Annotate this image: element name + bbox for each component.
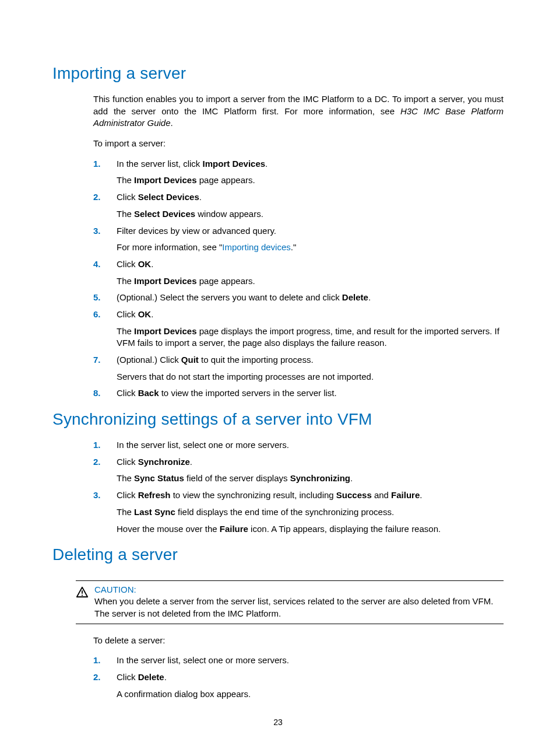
- ui-term: Select Devices: [138, 192, 199, 202]
- text: to view the imported servers in the serv…: [159, 388, 337, 398]
- step: Click Refresh to view the synchronizing …: [93, 489, 504, 535]
- text: .: [199, 192, 202, 202]
- intro-paragraph: This function enables you to import a se…: [93, 93, 504, 130]
- ui-term: Sync Status: [134, 473, 184, 483]
- heading-deleting: Deleting a server: [52, 545, 504, 564]
- text: Click: [117, 672, 138, 682]
- text: The: [117, 209, 134, 219]
- text: .: [151, 309, 153, 319]
- caution-text: When you delete a server from the server…: [94, 596, 504, 620]
- ui-term: Select Devices: [134, 209, 195, 219]
- text: (Optional.) Select the servers you want …: [117, 292, 342, 302]
- ui-term: Refresh: [138, 490, 171, 500]
- ui-term: Import Devices: [134, 175, 197, 185]
- text: The: [117, 507, 134, 517]
- document-page: Importing a server This function enables…: [0, 0, 556, 756]
- heading-importing: Importing a server: [52, 64, 504, 83]
- text: The: [117, 276, 134, 286]
- step: Click Synchronize. The Sync Status field…: [93, 456, 504, 485]
- ui-term: Import Devices: [134, 326, 197, 336]
- page-number: 23: [0, 718, 556, 727]
- sub-text: The Sync Status field of the server disp…: [117, 473, 504, 485]
- text: .": [291, 242, 297, 252]
- sub-text: Servers that do not start the importing …: [117, 371, 504, 383]
- text: (Optional.) Click: [117, 355, 181, 365]
- text: Hover the mouse over the: [117, 524, 220, 534]
- text: Click: [117, 309, 138, 319]
- ui-term: Import Devices: [203, 159, 266, 169]
- text: field of the server displays: [184, 473, 290, 483]
- step: In the server list, select one or more s…: [93, 439, 504, 452]
- step: (Optional.) Click Quit to quit the impor…: [93, 354, 504, 383]
- text: .: [420, 490, 422, 500]
- step: (Optional.) Select the servers you want …: [93, 292, 504, 304]
- sub-text: The Import Devices page displays the imp…: [117, 326, 504, 349]
- step: In the server list, click Import Devices…: [93, 158, 504, 187]
- ui-term: Synchronizing: [290, 473, 350, 483]
- text: Click: [117, 490, 138, 500]
- sub-text: For more information, see "Importing dev…: [117, 242, 504, 254]
- ui-term: Synchronize: [138, 457, 190, 467]
- section-body-sync: In the server list, select one or more s…: [93, 439, 504, 535]
- caution-label: CAUTION:: [94, 584, 504, 594]
- ui-term: Failure: [220, 524, 248, 534]
- warning-icon: [76, 586, 89, 598]
- text: .: [265, 159, 268, 169]
- text: window appears.: [195, 209, 263, 219]
- text: to view the synchronizing result, includ…: [171, 490, 336, 500]
- text: .: [350, 473, 353, 483]
- text: In the server list, click: [117, 159, 203, 169]
- text: The: [117, 326, 134, 336]
- text: Click: [117, 457, 138, 467]
- steps-sync: In the server list, select one or more s…: [93, 439, 504, 535]
- text: field displays the end time of the synch…: [175, 507, 394, 517]
- text: .: [190, 457, 192, 467]
- steps-deleting: In the server list, select one or more s…: [93, 654, 504, 700]
- ui-term: Quit: [181, 355, 199, 365]
- text: to quit the importing process.: [199, 355, 314, 365]
- ui-term: Delete: [138, 672, 164, 682]
- heading-synchronizing: Synchronizing settings of a server into …: [52, 410, 504, 429]
- text: .: [368, 292, 371, 302]
- steps-importing: In the server list, click Import Devices…: [93, 158, 504, 400]
- ui-term: Import Devices: [134, 276, 197, 286]
- step: Click OK. The Import Devices page displa…: [93, 309, 504, 349]
- text: In the server list, select one or more s…: [117, 655, 289, 665]
- caution-box: CAUTION: When you delete a server from t…: [76, 580, 504, 624]
- text: .: [171, 118, 173, 128]
- sub-text: The Import Devices page appears.: [117, 275, 504, 288]
- text: and: [372, 490, 391, 500]
- step: Filter devices by view or advanced query…: [93, 225, 504, 254]
- text: In the server list, select one or more s…: [117, 440, 289, 450]
- text: Click: [117, 192, 138, 202]
- text: The: [117, 473, 134, 483]
- step: Click Back to view the imported servers …: [93, 387, 504, 400]
- text: icon. A Tip appears, displaying the fail…: [248, 524, 441, 534]
- text: The: [117, 175, 134, 185]
- text: Click: [117, 259, 138, 269]
- ui-term: Delete: [342, 292, 368, 302]
- lead-in: To delete a server:: [93, 635, 504, 647]
- text: page appears.: [197, 175, 255, 185]
- sub-text: The Last Sync field displays the end tim…: [117, 506, 504, 519]
- ui-term: OK: [138, 259, 152, 269]
- text: .: [164, 672, 167, 682]
- section-body-importing: This function enables you to import a se…: [93, 93, 504, 400]
- text: Filter devices by view or advanced query…: [117, 226, 276, 236]
- section-body-deleting: To delete a server: In the server list, …: [93, 635, 504, 701]
- text: Click: [117, 388, 138, 398]
- step: Click Delete. A confirmation dialog box …: [93, 671, 504, 700]
- ui-term: Back: [138, 388, 159, 398]
- link-importing-devices[interactable]: Importing devices: [222, 242, 291, 252]
- step: In the server list, select one or more s…: [93, 654, 504, 667]
- ui-term: Last Sync: [134, 507, 175, 517]
- text: For more information, see ": [117, 242, 222, 252]
- text: .: [151, 259, 153, 269]
- sub-text: A confirmation dialog box appears.: [117, 688, 504, 701]
- svg-point-1: [82, 595, 83, 596]
- ui-term: Success: [336, 490, 372, 500]
- lead-in: To import a server:: [93, 138, 504, 150]
- sub-text: Hover the mouse over the Failure icon. A…: [117, 523, 504, 536]
- ui-term: Failure: [391, 490, 420, 500]
- sub-text: The Import Devices page appears.: [117, 174, 504, 187]
